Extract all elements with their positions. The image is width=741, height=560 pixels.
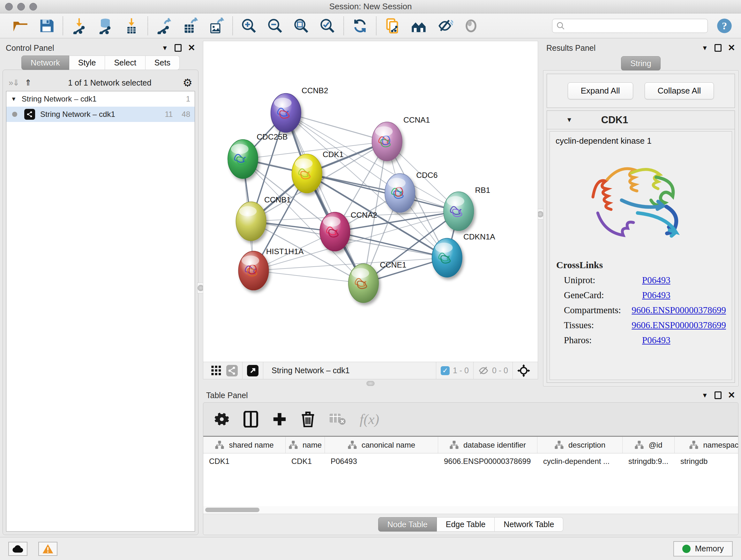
table-panel-menu-icon[interactable]: ▼ <box>702 392 708 399</box>
results-panel-float-icon[interactable] <box>715 44 722 52</box>
node-gloss-highlight <box>242 255 259 265</box>
first-neighbors-icon[interactable] <box>410 17 428 35</box>
column-header-database-identifier[interactable]: database identifier <box>438 437 537 453</box>
scrollbar-thumb[interactable] <box>205 508 259 512</box>
add-column-icon[interactable] <box>272 412 287 427</box>
expand-all-networks-icon[interactable]: ⇑ <box>24 78 31 88</box>
search-input[interactable] <box>552 19 708 33</box>
crosslink-link[interactable]: 9606.ENSP00000378699 <box>631 305 726 315</box>
birdseye-view-icon[interactable] <box>211 365 222 376</box>
crosslink-link[interactable]: 9606.ENSP00000378699 <box>631 320 726 330</box>
warning-button[interactable] <box>38 542 57 556</box>
crosslink-label: Pharos: <box>564 335 642 346</box>
table-panel: Table Panel ▼ ✕ f(x) <box>203 388 738 535</box>
tab-network-table[interactable]: Network Table <box>495 517 563 532</box>
left-splitter[interactable] <box>199 41 203 535</box>
node-CDC6[interactable]: CDC6 <box>385 171 437 212</box>
tab-style[interactable]: Style <box>69 56 105 70</box>
zoom-in-icon[interactable] <box>240 17 258 35</box>
node-CDC25B[interactable]: CDC25B <box>228 132 288 179</box>
network-collection-row[interactable]: ▼ String Network – cdk1 1 <box>6 91 195 107</box>
tab-node-table[interactable]: Node Table <box>378 517 437 532</box>
zoom-fit-icon[interactable] <box>292 17 310 35</box>
string-view-icon[interactable] <box>226 365 238 376</box>
table-row[interactable]: CDK1CDK1P064939606.ENSP00000378699cyclin… <box>203 453 738 469</box>
open-file-icon[interactable] <box>11 17 29 35</box>
refresh-icon[interactable] <box>351 17 369 35</box>
hide-selected-icon[interactable] <box>436 17 454 35</box>
column-header-id[interactable]: @id <box>623 437 675 453</box>
results-panel-close-icon[interactable]: ✕ <box>728 44 735 52</box>
crosslink-link[interactable]: P06493 <box>642 275 670 286</box>
node-gloss-highlight <box>352 268 369 278</box>
column-header-canonical-name[interactable]: canonical name <box>325 437 438 453</box>
crosslink-label: Uniprot: <box>564 275 642 286</box>
horizontal-splitter[interactable] <box>203 379 538 388</box>
column-header-shared-name[interactable]: shared name <box>203 437 286 453</box>
collapse-all-button[interactable]: Collapse All <box>645 82 714 99</box>
table-toolbar: f(x) <box>203 402 738 436</box>
column-header-namespace[interactable]: namespace <box>675 437 738 453</box>
results-panel-menu-icon[interactable]: ▼ <box>702 44 708 52</box>
export-image-icon[interactable] <box>207 17 225 35</box>
zoom-out-icon[interactable] <box>266 17 284 35</box>
control-panel-close-icon[interactable]: ✕ <box>188 44 195 52</box>
export-table-icon[interactable] <box>181 17 199 35</box>
column-header-name[interactable]: name <box>286 437 325 453</box>
import-network-file-icon[interactable] <box>70 17 88 35</box>
table-panel-float-icon[interactable] <box>715 391 722 399</box>
edge-CCNB2-CCNA1[interactable] <box>286 113 387 141</box>
node-CCNA1[interactable]: CCNA1 <box>372 116 430 161</box>
network-row-selected[interactable]: String Network – cdk1 11 48 <box>6 107 195 122</box>
new-network-from-selection-icon[interactable] <box>384 17 401 35</box>
import-table-icon[interactable] <box>123 17 140 35</box>
node-RB1[interactable]: RB1 <box>444 186 490 231</box>
node-label: CCNA1 <box>403 116 430 124</box>
zoom-selected-icon[interactable] <box>319 17 336 35</box>
node-label: CCNB1 <box>264 195 291 204</box>
fit-selected-crosshair-icon[interactable] <box>517 364 530 377</box>
crosslink-link[interactable]: P06493 <box>642 335 670 346</box>
network-options-gear-icon[interactable]: ⚙ <box>183 76 192 89</box>
column-header-description[interactable]: description <box>537 437 623 453</box>
collapse-all-networks-icon[interactable]: »⇓ <box>9 78 19 88</box>
cloud-button[interactable] <box>8 542 27 556</box>
node-gloss-highlight <box>239 206 257 216</box>
network-canvas[interactable]: CCNB2CCNA1CDC25BCDK1CDC6RB1CCNB1CCNA2CDK… <box>203 41 538 362</box>
result-entry-header[interactable]: ▼ CDK1 <box>547 111 735 129</box>
table-panel-close-icon[interactable]: ✕ <box>728 391 735 400</box>
table-horizontal-scrollbar[interactable] <box>203 506 738 514</box>
collection-expand-icon[interactable]: ▼ <box>11 96 17 103</box>
memory-button[interactable]: Memory <box>673 541 733 557</box>
expand-all-button[interactable]: Expand All <box>568 82 633 99</box>
node-gloss-highlight <box>274 98 291 108</box>
table-cell: P06493 <box>325 457 438 466</box>
crosslink-link[interactable]: P06493 <box>642 290 670 300</box>
node-CCNE1[interactable]: CCNE1 <box>348 260 407 303</box>
tab-edge-table[interactable]: Edge Table <box>437 517 495 532</box>
open-in-new-window-icon[interactable] <box>247 365 259 376</box>
right-splitter[interactable] <box>538 41 542 388</box>
control-panel-float-icon[interactable] <box>175 44 182 52</box>
import-network-database-icon[interactable] <box>96 17 114 35</box>
tab-sets[interactable]: Sets <box>145 56 180 70</box>
tab-network[interactable]: Network <box>21 56 69 70</box>
edge-CCNA2-CDKN1A[interactable] <box>335 232 447 258</box>
node-CDKN1A[interactable]: CDKN1A <box>432 233 495 277</box>
export-network-icon[interactable] <box>155 17 173 35</box>
edge-CCNE1-HIST1H1A[interactable] <box>253 271 363 283</box>
table-settings-gear-icon[interactable] <box>214 412 229 427</box>
selected-checkbox-icon[interactable]: ✓ <box>441 366 450 375</box>
tab-select[interactable]: Select <box>105 56 145 70</box>
entry-collapse-icon[interactable]: ▼ <box>566 116 572 124</box>
node-HIST1H1A[interactable]: HIST1H1A <box>239 247 304 290</box>
show-all-icon[interactable] <box>462 17 480 35</box>
help-icon[interactable]: ? <box>716 17 733 35</box>
cloud-icon <box>11 544 24 553</box>
control-panel-menu-icon[interactable]: ▼ <box>162 44 168 52</box>
tab-string[interactable]: String <box>621 56 660 71</box>
delete-column-icon[interactable] <box>301 411 315 427</box>
network-label: String Network – cdk1 <box>40 110 115 119</box>
save-icon[interactable] <box>38 17 56 35</box>
show-columns-icon[interactable] <box>244 411 258 428</box>
